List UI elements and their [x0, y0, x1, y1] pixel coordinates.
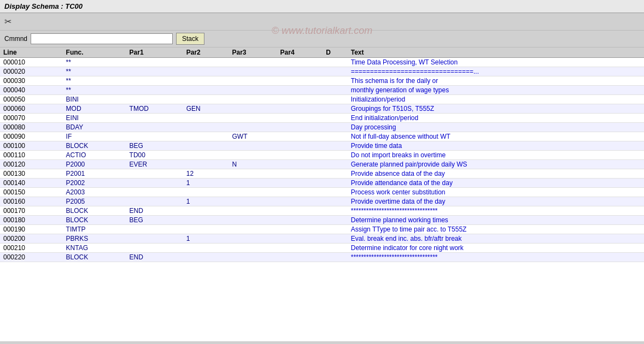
cell-line: 000010	[0, 58, 63, 67]
cell-par3	[229, 197, 277, 206]
cell-par2	[183, 160, 229, 169]
cell-line: 000080	[0, 123, 63, 132]
table-row[interactable]: 000170BLOCKEND**************************…	[0, 206, 644, 216]
cell-par4	[277, 104, 323, 114]
cell-par3	[229, 253, 277, 262]
table-row[interactable]: 000060MODTMODGENGroupings for T510S, T55…	[0, 104, 644, 114]
cell-par3	[229, 114, 277, 123]
cell-par1	[126, 169, 183, 179]
cell-par2	[183, 188, 229, 197]
cell-d	[323, 95, 348, 104]
cell-par2	[183, 114, 229, 123]
table-row[interactable]: 000120P2000EVERNGenerate planned pair/pr…	[0, 160, 644, 169]
cell-par3	[229, 104, 277, 114]
table-row[interactable]: 000200PBRKS1Eval. break end inc. abs. bf…	[0, 234, 644, 244]
cell-text: **********************************	[348, 206, 644, 216]
cell-par3	[229, 67, 277, 76]
cell-par3	[229, 179, 277, 188]
cell-line: 000090	[0, 132, 63, 141]
cell-par3	[229, 216, 277, 225]
cell-func: P2005	[63, 197, 126, 206]
table-row[interactable]: 000220BLOCKEND**************************…	[0, 253, 644, 262]
cell-func: A2003	[63, 188, 126, 197]
cell-func: BLOCK	[63, 206, 126, 216]
table-row[interactable]: 000160P20051Provide overtime data of the…	[0, 197, 644, 206]
cell-par1	[126, 76, 183, 86]
cell-par1	[126, 86, 183, 95]
cell-line: 000130	[0, 169, 63, 179]
table-row[interactable]: 000210KNTAGDetermine indicator for core …	[0, 244, 644, 253]
cell-text: Assign TType to time pair acc. to T555Z	[348, 225, 644, 234]
cell-par3	[229, 244, 277, 253]
toolbar: ✂ © www.tutorialkart.com	[0, 13, 644, 31]
cell-par1	[126, 225, 183, 234]
table-row[interactable]: 000100BLOCKBEGProvide time data	[0, 141, 644, 151]
cell-text: Provide overtime data of the day	[348, 197, 644, 206]
cell-text: Process work center substitution	[348, 188, 644, 197]
table-row[interactable]: 000010**Time Data Processing, WT Selecti…	[0, 58, 644, 67]
cell-par1	[126, 67, 183, 76]
cell-par2: 1	[183, 179, 229, 188]
table-row[interactable]: 000020**================================…	[0, 67, 644, 76]
cell-par4	[277, 179, 323, 188]
table-row[interactable]: 000040**monthly generation of wage types	[0, 86, 644, 95]
page-title: Display Schema : TC00	[4, 2, 83, 10]
cell-d	[323, 216, 348, 225]
cell-d	[323, 244, 348, 253]
cell-d	[323, 58, 348, 67]
table-row[interactable]: 000180BLOCKBEGDetermine planned working …	[0, 216, 644, 225]
cell-text: Groupings for T510S, T555Z	[348, 104, 644, 114]
cell-par2	[183, 67, 229, 76]
cell-par1: EVER	[126, 160, 183, 169]
cell-par3	[229, 123, 277, 132]
table-row[interactable]: 000140P20021Provide attendance data of t…	[0, 179, 644, 188]
table-row[interactable]: 000050BINIInitialization/period	[0, 95, 644, 104]
cell-func: EINI	[63, 114, 126, 123]
cell-func: BLOCK	[63, 253, 126, 262]
cell-par2: 1	[183, 234, 229, 244]
table-row[interactable]: 000190TIMTPAssign TType to time pair acc…	[0, 225, 644, 234]
table-row[interactable]: 000130P200112Provide absence data of the…	[0, 169, 644, 179]
cell-par4	[277, 151, 323, 160]
command-input[interactable]	[31, 33, 173, 44]
cell-d	[323, 132, 348, 141]
command-label: Cmmnd	[4, 35, 27, 43]
cell-par4	[277, 160, 323, 169]
table-row[interactable]: 000070EINIEnd initialization/period	[0, 114, 644, 123]
scissors-icon[interactable]: ✂	[4, 16, 11, 27]
cell-func: MOD	[63, 104, 126, 114]
table-row[interactable]: 000110ACTIOTD00Do not import breaks in o…	[0, 151, 644, 160]
cell-par2	[183, 86, 229, 95]
cell-par2	[183, 206, 229, 216]
cell-text: Generate planned pair/provide daily WS	[348, 160, 644, 169]
cell-d	[323, 123, 348, 132]
cell-par2	[183, 95, 229, 104]
cell-d	[323, 169, 348, 179]
cell-func: **	[63, 86, 126, 95]
cell-d	[323, 188, 348, 197]
cell-par1: BEG	[126, 216, 183, 225]
cell-par3: GWT	[229, 132, 277, 141]
table-row[interactable]: 000150A2003Process work center substitut…	[0, 188, 644, 197]
cell-func: **	[63, 58, 126, 67]
cell-line: 000040	[0, 86, 63, 95]
cell-line: 000120	[0, 160, 63, 169]
cell-func: IF	[63, 132, 126, 141]
stack-button[interactable]: Stack	[176, 33, 204, 45]
cell-par3	[229, 206, 277, 216]
cell-text: Determine indicator for core night work	[348, 244, 644, 253]
table-row[interactable]: 000030**This schema is for the daily or	[0, 76, 644, 86]
cell-text: Provide attendance data of the day	[348, 179, 644, 188]
cell-par3	[229, 58, 277, 67]
table-row[interactable]: 000080BDAYDay processing	[0, 123, 644, 132]
table-row[interactable]: 000090IFGWTNot if full-day absence witho…	[0, 132, 644, 141]
cell-func: TIMTP	[63, 225, 126, 234]
cell-line: 000030	[0, 76, 63, 86]
cell-text: ================================...	[348, 67, 644, 76]
cell-par4	[277, 141, 323, 151]
cell-d	[323, 114, 348, 123]
cell-par4	[277, 123, 323, 132]
cell-d	[323, 76, 348, 86]
cell-func: P2001	[63, 169, 126, 179]
cell-par1	[126, 188, 183, 197]
